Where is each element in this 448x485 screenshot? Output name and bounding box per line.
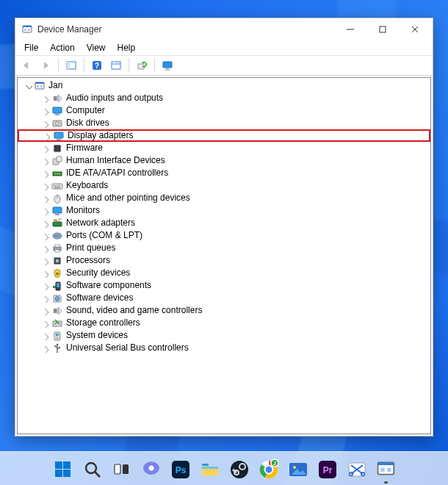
- expander-closed-icon[interactable]: [41, 269, 50, 278]
- taskbar-explorer-button[interactable]: [198, 457, 221, 481]
- tree-category-node[interactable]: Display adapters: [18, 129, 430, 142]
- expander-closed-icon[interactable]: [41, 244, 50, 253]
- photos-icon: [287, 459, 308, 479]
- tree-category-label: Print queues: [66, 242, 115, 254]
- chat-icon: [140, 459, 161, 479]
- toolbar-scan-button[interactable]: [133, 57, 151, 74]
- tree-category-node[interactable]: Human Interface Devices: [18, 154, 430, 167]
- expander-closed-icon[interactable]: [41, 182, 50, 190]
- speaker-icon: [51, 93, 63, 104]
- tree-category-node[interactable]: Universal Serial Bus controllers: [18, 342, 430, 354]
- tree-root-node[interactable]: Jan: [18, 79, 430, 92]
- expander-closed-icon[interactable]: [41, 231, 50, 240]
- device-manager-icon: [375, 459, 396, 479]
- toolbar-separator: [129, 58, 129, 73]
- menu-action[interactable]: Action: [44, 42, 80, 54]
- taskbar-devicemanager-button[interactable]: [374, 457, 397, 481]
- usb-icon: [51, 342, 63, 354]
- expander-closed-icon[interactable]: [41, 294, 50, 303]
- tree-category-node[interactable]: IDE ATA/ATAPI controllers: [18, 167, 430, 179]
- tree-category-node[interactable]: Monitors: [18, 204, 430, 217]
- tree-category-node[interactable]: Ports (COM & LPT): [18, 229, 430, 242]
- taskbar-photoshop-button[interactable]: [168, 457, 192, 481]
- tree-category-label: Keyboards: [66, 179, 108, 192]
- tree-category-label: Mice and other pointing devices: [66, 192, 190, 204]
- expander-closed-icon[interactable]: [41, 219, 50, 228]
- expander-closed-icon[interactable]: [41, 157, 50, 165]
- close-icon: [409, 24, 421, 35]
- taskbar-start-button[interactable]: [51, 457, 74, 481]
- maximize-button[interactable]: [366, 18, 399, 40]
- expander-closed-icon[interactable]: [41, 256, 50, 265]
- tree-category-node[interactable]: Storage controllers: [18, 317, 430, 329]
- expander-closed-icon[interactable]: [41, 94, 50, 103]
- close-button[interactable]: [399, 18, 431, 40]
- toolbar-forward-button[interactable]: [37, 57, 54, 74]
- software2-icon: [51, 292, 63, 304]
- toolbar-showhide-tree-button[interactable]: [62, 57, 80, 74]
- tree-category-node[interactable]: Audio inputs and outputs: [18, 92, 430, 104]
- tree-category-node[interactable]: Disk drives: [18, 117, 430, 129]
- tree-category-node[interactable]: Print queues: [18, 242, 430, 254]
- taskbar-chrome-button[interactable]: [256, 457, 280, 481]
- tree-category-node[interactable]: Keyboards: [18, 179, 430, 192]
- toolbar-separator: [84, 58, 84, 73]
- window-title: Device Manager: [37, 24, 101, 35]
- tree-pane-icon: [65, 60, 77, 71]
- expander-closed-icon[interactable]: [41, 331, 50, 340]
- expander-closed-icon[interactable]: [41, 144, 50, 153]
- monitor-icon: [51, 105, 63, 117]
- toolbar-help-button[interactable]: [88, 57, 106, 74]
- tree-category-node[interactable]: System devices: [18, 329, 430, 342]
- monitor-icon: [162, 60, 173, 71]
- port-icon: [51, 230, 63, 242]
- tree-category-node[interactable]: Sound, video and game controllers: [18, 304, 430, 317]
- menu-file[interactable]: File: [18, 42, 44, 54]
- tree-category-node[interactable]: Network adapters: [18, 217, 430, 229]
- security-icon: [51, 267, 63, 279]
- expander-closed-icon[interactable]: [41, 319, 50, 328]
- expander-closed-icon[interactable]: [41, 306, 50, 315]
- tree-category-node[interactable]: Security devices: [18, 267, 430, 279]
- tree-category-node[interactable]: Computer: [18, 104, 430, 117]
- expander-closed-icon[interactable]: [41, 107, 50, 115]
- device-tree[interactable]: Jan Audio inputs and outputsComputerDisk…: [17, 77, 431, 434]
- toolbar-back-button[interactable]: [18, 57, 35, 74]
- menu-help[interactable]: Help: [112, 42, 142, 54]
- tree-category-node[interactable]: Processors: [18, 254, 430, 267]
- tree-category-node[interactable]: Mice and other pointing devices: [18, 192, 430, 204]
- taskbar-snip-button[interactable]: [344, 457, 368, 481]
- tree-category-node[interactable]: Software components: [18, 279, 430, 292]
- taskbar-taskview-button[interactable]: [109, 457, 133, 481]
- network-icon: [51, 218, 63, 229]
- app-icon: [21, 24, 33, 35]
- photoshop-icon: [170, 459, 190, 479]
- taskbar-search-button[interactable]: [80, 457, 104, 481]
- taskbar-chat-button[interactable]: [139, 457, 162, 481]
- expander-closed-icon[interactable]: [41, 344, 50, 353]
- toolbar-monitor-button[interactable]: [159, 57, 176, 74]
- tree-category-node[interactable]: Firmware: [18, 142, 430, 154]
- search-icon: [82, 459, 102, 479]
- toolbar-properties-button[interactable]: [107, 57, 125, 74]
- menubar: File Action View Help: [15, 40, 433, 55]
- system-icon: [51, 330, 63, 342]
- tree-category-label: Storage controllers: [66, 317, 140, 329]
- expander-closed-icon[interactable]: [43, 132, 51, 140]
- taskbar-photos-button[interactable]: [286, 457, 309, 481]
- expander-open-icon[interactable]: [24, 82, 32, 90]
- titlebar[interactable]: Device Manager: [15, 18, 433, 40]
- toolbar: [15, 55, 433, 76]
- taskbar-steam-button[interactable]: [227, 457, 250, 481]
- menu-view[interactable]: View: [81, 42, 112, 54]
- tree-category-node[interactable]: Software devices: [18, 292, 430, 304]
- expander-closed-icon[interactable]: [41, 206, 50, 215]
- minimize-button[interactable]: [334, 18, 366, 40]
- taskbar: [0, 451, 448, 485]
- expander-closed-icon[interactable]: [41, 194, 50, 203]
- expander-closed-icon[interactable]: [41, 119, 50, 128]
- expander-closed-icon[interactable]: [41, 281, 50, 290]
- expander-closed-icon[interactable]: [41, 169, 50, 178]
- tree-category-label: Display adapters: [68, 129, 133, 142]
- taskbar-premiere-button[interactable]: [315, 457, 339, 481]
